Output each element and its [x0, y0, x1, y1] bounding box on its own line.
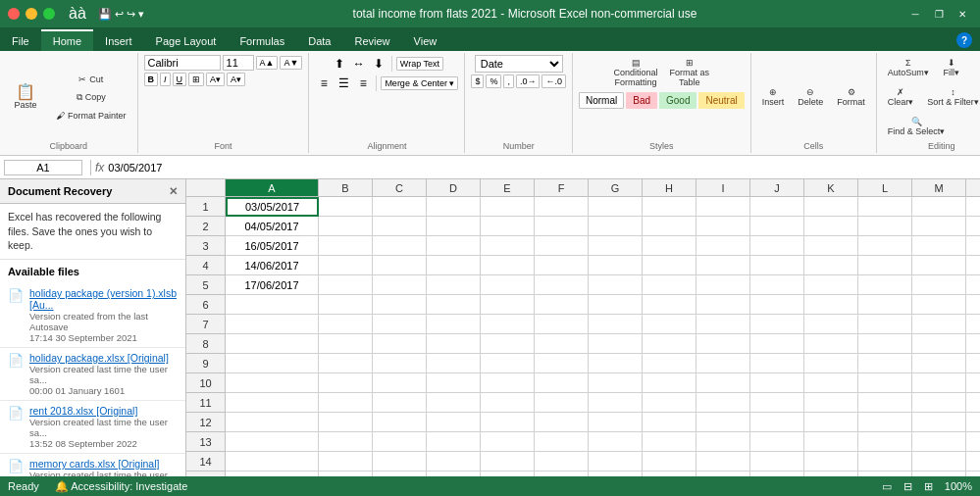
- table-cell[interactable]: [427, 197, 481, 217]
- table-cell[interactable]: [535, 197, 589, 217]
- italic-btn[interactable]: I: [160, 73, 171, 86]
- table-cell[interactable]: [481, 413, 535, 432]
- table-cell[interactable]: 04/05/2017: [226, 217, 319, 236]
- table-cell[interactable]: [535, 432, 589, 452]
- file-item[interactable]: 📄 holiday package.xlsx [Original] Versio…: [0, 348, 185, 401]
- table-cell[interactable]: [804, 373, 858, 393]
- table-cell[interactable]: [535, 236, 589, 256]
- table-cell[interactable]: [373, 393, 427, 413]
- table-cell[interactable]: [589, 373, 643, 393]
- table-cell[interactable]: [481, 393, 535, 413]
- table-cell[interactable]: [804, 256, 858, 275]
- table-cell[interactable]: [319, 236, 373, 256]
- table-cell[interactable]: [750, 334, 804, 354]
- tab-file[interactable]: File: [0, 29, 41, 51]
- table-cell[interactable]: [966, 256, 980, 275]
- table-cell[interactable]: [319, 256, 373, 275]
- table-cell[interactable]: [589, 295, 643, 315]
- table-cell[interactable]: [319, 393, 373, 413]
- file-item[interactable]: 📄 holiday package (version 1).xlsb [Au..…: [0, 283, 185, 348]
- table-cell[interactable]: [226, 393, 319, 413]
- table-cell[interactable]: [643, 413, 696, 432]
- paste-button[interactable]: 📋 Paste: [6, 79, 45, 115]
- table-cell[interactable]: [535, 275, 589, 295]
- table-cell[interactable]: [427, 373, 481, 393]
- table-cell[interactable]: [373, 295, 427, 315]
- table-cell[interactable]: [643, 217, 696, 236]
- table-cell[interactable]: [858, 354, 912, 373]
- table-cell[interactable]: [804, 354, 858, 373]
- table-cell[interactable]: [535, 295, 589, 315]
- tab-review[interactable]: Review: [342, 29, 401, 51]
- find-select-btn[interactable]: 🔍Find & Select▾: [883, 114, 951, 139]
- table-cell[interactable]: [373, 236, 427, 256]
- status-view-normal[interactable]: ▭: [882, 480, 892, 493]
- comma-btn[interactable]: ,: [503, 74, 514, 88]
- table-cell[interactable]: [427, 275, 481, 295]
- table-cell[interactable]: [912, 432, 966, 452]
- table-cell[interactable]: [643, 452, 696, 471]
- table-cell[interactable]: [373, 354, 427, 373]
- table-cell[interactable]: [804, 217, 858, 236]
- wrap-text-btn[interactable]: Wrap Text: [396, 57, 443, 71]
- row-header[interactable]: 3: [186, 236, 226, 256]
- align-bottom-btn[interactable]: ⬇: [370, 55, 387, 73]
- table-cell[interactable]: [319, 217, 373, 236]
- table-cell[interactable]: [535, 217, 589, 236]
- table-cell[interactable]: [696, 393, 750, 413]
- table-cell[interactable]: [427, 256, 481, 275]
- insert-btn[interactable]: ⊕Insert: [757, 84, 790, 110]
- table-cell[interactable]: [804, 393, 858, 413]
- table-cell[interactable]: [481, 452, 535, 471]
- table-cell[interactable]: [750, 295, 804, 315]
- delete-btn[interactable]: ⊖Delete: [793, 84, 828, 110]
- table-cell[interactable]: [643, 295, 696, 315]
- maximize-window-btn[interactable]: [43, 8, 55, 20]
- row-header[interactable]: 7: [186, 315, 226, 334]
- tab-page-layout[interactable]: Page Layout: [144, 29, 229, 51]
- underline-btn[interactable]: U: [173, 73, 187, 86]
- table-cell[interactable]: [373, 373, 427, 393]
- table-cell[interactable]: [858, 275, 912, 295]
- table-cell[interactable]: [912, 315, 966, 334]
- table-cell[interactable]: [589, 275, 643, 295]
- col-header-G[interactable]: G: [589, 179, 643, 197]
- style-neutral[interactable]: Neutral: [698, 92, 744, 109]
- table-cell[interactable]: [858, 373, 912, 393]
- table-cell[interactable]: [804, 295, 858, 315]
- col-header-I[interactable]: I: [696, 179, 750, 197]
- table-cell[interactable]: [481, 354, 535, 373]
- table-cell[interactable]: [481, 275, 535, 295]
- table-cell[interactable]: [966, 393, 980, 413]
- font-name-input[interactable]: [144, 55, 221, 71]
- table-cell[interactable]: [373, 432, 427, 452]
- table-cell[interactable]: [319, 413, 373, 432]
- row-header[interactable]: 9: [186, 354, 226, 373]
- status-view-page-break[interactable]: ⊞: [924, 480, 933, 493]
- table-cell[interactable]: [481, 315, 535, 334]
- fill-btn[interactable]: ⬇Fill▾: [938, 55, 965, 80]
- row-header[interactable]: 5: [186, 275, 226, 295]
- table-cell[interactable]: [804, 432, 858, 452]
- table-cell[interactable]: [858, 315, 912, 334]
- sort-filter-btn[interactable]: ↕Sort & Filter▾: [922, 84, 980, 110]
- bold-btn[interactable]: B: [144, 73, 159, 86]
- table-cell[interactable]: [535, 393, 589, 413]
- increase-font-btn[interactable]: A▲: [256, 56, 279, 70]
- tab-insert[interactable]: Insert: [93, 29, 144, 51]
- table-cell[interactable]: [966, 236, 980, 256]
- minimize-window-btn[interactable]: [26, 8, 37, 20]
- col-header-J[interactable]: J: [750, 179, 804, 197]
- number-format-select[interactable]: Date General Number Currency Percentage …: [475, 55, 563, 73]
- align-center-btn[interactable]: ☰: [335, 74, 352, 92]
- table-cell[interactable]: [535, 413, 589, 432]
- format-painter-button[interactable]: 🖌Format Painter: [51, 108, 131, 124]
- table-cell[interactable]: [966, 197, 980, 217]
- table-cell[interactable]: [226, 315, 319, 334]
- table-cell[interactable]: [481, 295, 535, 315]
- table-cell[interactable]: [858, 256, 912, 275]
- table-cell[interactable]: [643, 393, 696, 413]
- table-cell[interactable]: [804, 334, 858, 354]
- table-cell[interactable]: [427, 452, 481, 471]
- tab-home[interactable]: Home: [41, 29, 93, 51]
